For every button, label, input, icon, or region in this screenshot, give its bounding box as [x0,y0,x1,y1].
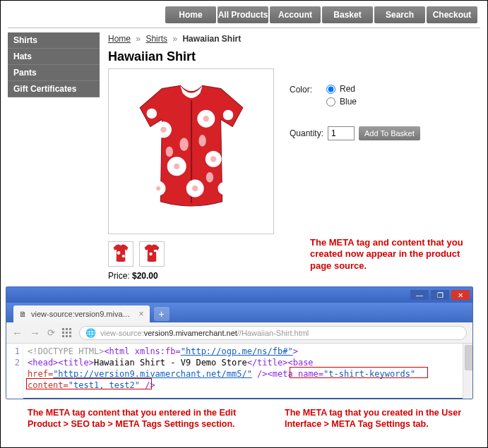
svg-point-22 [149,253,153,256]
sidebar-item-hats[interactable]: Hats [8,49,100,65]
svg-point-16 [179,138,188,151]
breadcrumb-sep: » [133,34,143,44]
line-gutter: 1 2 [6,344,23,399]
nav-home[interactable]: Home [165,6,216,23]
svg-point-10 [192,185,198,190]
svg-point-20 [117,251,121,255]
sidebar-item-shirts[interactable]: Shirts [8,32,100,49]
address-bar[interactable]: 🌐 view-source:version9.mivamerchant.net/… [79,326,467,340]
sidebar-item-pants[interactable]: Pants [8,65,100,81]
svg-rect-32 [69,335,71,337]
window-minimize-button[interactable]: — [410,290,429,300]
nav-basket[interactable]: Basket [322,6,373,23]
thumbnail-1[interactable] [108,241,133,267]
nav-checkout[interactable]: Checkout [427,6,477,23]
svg-rect-30 [62,335,64,337]
globe-icon: 🌐 [85,328,96,338]
window-titlebar: — ❐ ✕ [6,287,472,303]
svg-point-13 [218,181,231,195]
window-close-button[interactable]: ✕ [451,290,470,300]
browser-window: — ❐ ✕ 🗎 view-source:version9.miva… × + ←… [6,286,473,399]
breadcrumb-category[interactable]: Shirts [145,34,167,44]
color-radio-red-label: Red [340,84,355,94]
svg-point-15 [146,108,157,119]
tab-close-icon[interactable]: × [135,309,144,319]
quantity-input[interactable] [328,126,355,140]
svg-rect-31 [66,335,68,337]
hawaiian-shirt-image [118,78,265,225]
svg-point-14 [222,109,233,120]
price-label: Price: [108,271,132,281]
page-source: <!DOCTYPE HTML><html xmlns:fb="http://og… [23,344,463,399]
color-radio-red[interactable] [326,85,335,94]
add-to-basket-button[interactable]: Add To Basket [359,126,420,140]
nav-account[interactable]: Account [270,6,321,23]
window-maximize-button[interactable]: ❐ [431,290,449,300]
product-image-main [108,68,274,234]
forward-icon[interactable]: → [30,327,40,339]
svg-point-2 [160,126,166,132]
svg-rect-29 [69,332,71,334]
callout-meta-appears: The META tag and content that you create… [310,237,465,272]
browser-toolbar: ← → ⟳ 🌐 view-source:version9.mivamerchan… [6,322,472,344]
callout-meta-content: The META tag content that you entered in… [28,407,254,430]
tab-title: view-source:version9.miva… [31,310,131,318]
svg-rect-24 [62,328,64,330]
breadcrumb-current: Hawaiian Shirt [182,34,241,44]
page-icon: 🗎 [19,310,27,318]
new-tab-button[interactable]: + [154,307,169,321]
color-radio-blue[interactable] [326,97,335,107]
svg-point-6 [174,163,179,169]
quantity-label: Quantity: [290,128,323,138]
color-option-blue[interactable]: Blue [326,97,357,107]
callout-meta-tag: The META tag that you created in the Use… [285,407,468,430]
category-sidebar: Shirts Hats Pants Gift Certificates [8,32,100,281]
svg-point-4 [203,116,208,121]
apps-icon[interactable] [62,328,72,338]
product-title: Hawaiian Shirt [108,49,480,64]
breadcrumb-home[interactable]: Home [108,34,131,44]
scrollbar[interactable] [463,344,472,399]
product-price: Price: $20.00 [108,271,480,281]
svg-point-18 [165,146,172,157]
svg-point-19 [206,172,213,183]
nav-search[interactable]: Search [374,6,425,23]
svg-point-17 [198,135,206,147]
browser-tabstrip: 🗎 view-source:version9.miva… × + [6,303,472,322]
browser-tab[interactable]: 🗎 view-source:version9.miva… × [13,305,150,322]
svg-point-21 [122,255,125,258]
color-label: Color: [290,84,326,95]
breadcrumb: Home » Shirts » Hawaiian Shirt [108,32,480,48]
thumbnail-2[interactable] [139,241,165,267]
price-value: $20.00 [132,271,158,281]
svg-point-23 [154,250,157,253]
back-icon[interactable]: ← [12,327,23,339]
color-radio-blue-label: Blue [340,97,357,107]
svg-point-8 [210,156,216,162]
sidebar-item-gift-certificates[interactable]: Gift Certificates [8,81,100,97]
svg-rect-26 [69,328,71,330]
svg-rect-25 [66,328,68,330]
breadcrumb-sep: » [169,34,180,44]
svg-rect-27 [62,332,64,334]
reload-icon[interactable]: ⟳ [47,327,55,338]
color-option-red[interactable]: Red [326,84,357,94]
nav-all-products[interactable]: All Products [218,6,268,23]
top-nav: Home All Products Account Basket Search … [1,1,487,23]
svg-point-12 [156,186,160,190]
product-options: Color: Red Blue [274,68,420,234]
url-text: view-source:version9.mivamerchant.net//H… [100,329,309,337]
svg-rect-28 [66,332,68,334]
